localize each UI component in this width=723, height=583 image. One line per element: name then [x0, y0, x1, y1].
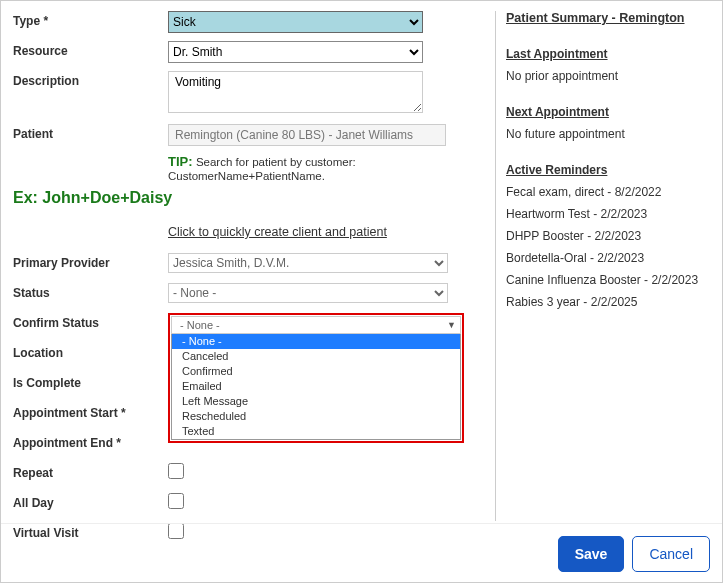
confirm-option-rescheduled[interactable]: Rescheduled [172, 409, 460, 424]
confirm-option-texted[interactable]: Texted [172, 424, 460, 439]
tip-label: TIP: [168, 154, 193, 169]
appt-end-label: Appointment End * [13, 433, 168, 450]
repeat-label: Repeat [13, 463, 168, 480]
resource-select[interactable]: Dr. Smith [168, 41, 423, 63]
all-day-checkbox[interactable] [168, 493, 184, 509]
virtual-visit-checkbox[interactable] [168, 523, 184, 539]
status-label: Status [13, 283, 168, 300]
confirm-option-confirmed[interactable]: Confirmed [172, 364, 460, 379]
summary-title: Patient Summary - Remington [506, 11, 710, 25]
reminders-label: Active Reminders [506, 163, 710, 177]
reminder-item: Bordetella-Oral - 2/2/2023 [506, 251, 710, 265]
status-select[interactable]: - None - [168, 283, 448, 303]
tip-example: Ex: John+Doe+Daisy [13, 189, 485, 207]
confirm-option-left-message[interactable]: Left Message [172, 394, 460, 409]
confirm-status-dropdown: - None - Canceled Confirmed Emailed Left… [171, 334, 461, 440]
last-appt-label: Last Appointment [506, 47, 710, 61]
resource-label: Resource [13, 41, 168, 58]
is-complete-label: Is Complete [13, 373, 168, 390]
next-appt-label: Next Appointment [506, 105, 710, 119]
confirm-option-canceled[interactable]: Canceled [172, 349, 460, 364]
chevron-down-icon: ▼ [447, 320, 456, 330]
confirm-option-none[interactable]: - None - [172, 334, 460, 349]
all-day-label: All Day [13, 493, 168, 510]
type-select[interactable]: Sick [168, 11, 423, 33]
primary-provider-select[interactable]: Jessica Smith, D.V.M. [168, 253, 448, 273]
confirm-status-highlight: - None - ▼ - None - Canceled Confirmed E… [168, 313, 464, 443]
tip-text: Search for patient by customer: Customer… [168, 156, 356, 182]
save-button[interactable]: Save [558, 536, 625, 572]
reminder-item: Fecal exam, direct - 8/2/2022 [506, 185, 710, 199]
description-label: Description [13, 71, 168, 88]
confirm-status-value: - None - [180, 319, 220, 331]
patient-field[interactable] [168, 124, 446, 146]
cancel-button[interactable]: Cancel [632, 536, 710, 572]
next-appt-value: No future appointment [506, 127, 710, 141]
patient-label: Patient [13, 124, 168, 141]
primary-provider-label: Primary Provider [13, 253, 168, 270]
last-appt-value: No prior appointment [506, 69, 710, 83]
reminder-item: Heartworm Test - 2/2/2023 [506, 207, 710, 221]
confirm-status-label: Confirm Status [13, 313, 168, 330]
virtual-visit-label: Virtual Visit [13, 523, 168, 540]
confirm-option-emailed[interactable]: Emailed [172, 379, 460, 394]
reminder-item: DHPP Booster - 2/2/2023 [506, 229, 710, 243]
description-textarea[interactable]: Vomiting [168, 71, 423, 113]
appt-start-label: Appointment Start * [13, 403, 168, 420]
confirm-status-select[interactable]: - None - ▼ [171, 316, 461, 334]
reminder-item: Rabies 3 year - 2/2/2025 [506, 295, 710, 309]
quick-create-link[interactable]: Click to quickly create client and patie… [168, 225, 387, 239]
type-label: Type * [13, 11, 168, 28]
repeat-checkbox[interactable] [168, 463, 184, 479]
location-label: Location [13, 343, 168, 360]
reminder-item: Canine Influenza Booster - 2/2/2023 [506, 273, 710, 287]
